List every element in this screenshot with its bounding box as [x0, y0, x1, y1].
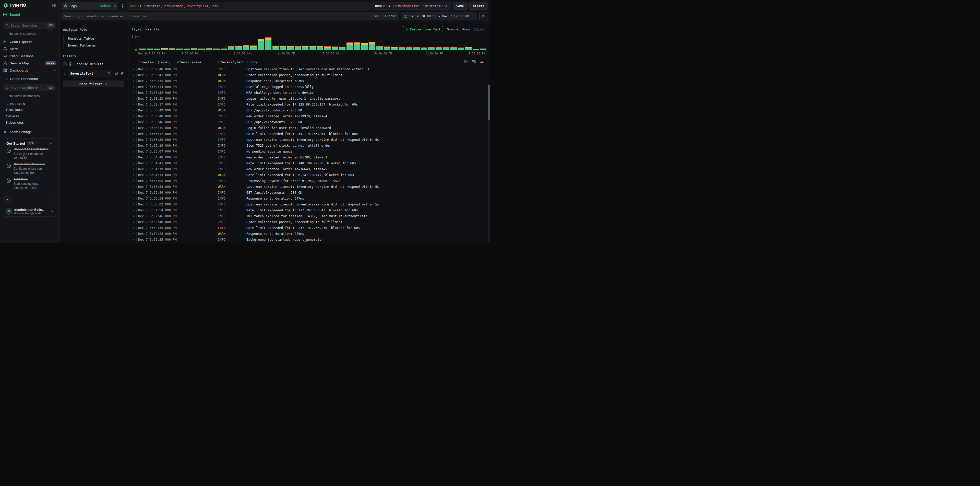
table-row[interactable]: ›│Dec 7 5:59:14.000 PMINFOUser alice_w l… — [132, 84, 487, 90]
pin-icon[interactable] — [120, 72, 124, 75]
table-row[interactable]: ›│Dec 7 5:58:23.000 PMINFOLogin failed f… — [132, 96, 487, 102]
row-expand-icon[interactable]: › — [132, 167, 135, 170]
mode-results-table[interactable]: Results Table — [64, 35, 124, 42]
row-expand-icon[interactable]: › — [132, 185, 135, 188]
row-expand-icon[interactable]: › — [132, 150, 135, 153]
row-expand-icon[interactable]: › — [132, 238, 135, 241]
col-header-servicename[interactable]: ∷ServiceName — [177, 60, 218, 64]
table-row[interactable]: ›│Dec 7 5:52:28.000 PMWARNResponse sent,… — [132, 231, 487, 237]
row-expand-icon[interactable]: › — [132, 209, 135, 212]
more-filters-button[interactable]: More filters — [63, 80, 124, 88]
row-expand-icon[interactable]: › — [132, 97, 135, 100]
table-row[interactable]: ›│Dec 7 5:59:47.000 PMWARNOrder validati… — [132, 72, 487, 78]
sidebar-item-alerts[interactable]: Alerts — [0, 45, 59, 53]
select-query-input[interactable]: SELECT Timestamp,ServiceName,SeverityTex… — [127, 2, 371, 10]
lucene-toggle[interactable]: Lucene — [385, 14, 396, 18]
table-row[interactable]: ›│Dec 7 5:52:46.000 PMINFOJWT token expi… — [132, 213, 487, 219]
table-row[interactable]: ›│Dec 7 5:52:54.000 PMINFORate limit exc… — [132, 207, 487, 213]
row-expand-icon[interactable]: › — [132, 126, 135, 129]
presets-toggle[interactable]: PRESETS — [0, 100, 59, 107]
row-expand-icon[interactable]: › — [132, 232, 135, 235]
help-button[interactable]: ? — [3, 196, 11, 204]
row-expand-icon[interactable]: › — [132, 79, 135, 83]
row-expand-icon[interactable]: › — [132, 120, 135, 124]
row-expand-icon[interactable]: › — [132, 197, 135, 200]
sql-toggle[interactable]: SQL — [374, 14, 380, 18]
table-row[interactable]: ›│Dec 7 5:53:02.000 PMINFOUpstream servi… — [132, 201, 487, 207]
get-started-item[interactable]: Connect to ClickHouse Set up your databa… — [6, 147, 53, 160]
preset-services[interactable]: Services — [0, 113, 59, 120]
table-row[interactable]: ›│Dec 7 5:54:13.000 PMWARNRate limit exc… — [132, 172, 487, 178]
preset-kubernetes[interactable]: Kubernetes — [0, 120, 59, 126]
table-row[interactable]: ›│Dec 7 5:56:48.000 PMINFONew order crea… — [132, 113, 487, 119]
drag-handle-icon[interactable]: ∷ — [218, 60, 220, 64]
saved-searches-search[interactable]: ⌘K — [3, 22, 56, 29]
vertical-scrollbar[interactable] — [488, 84, 490, 243]
table-row[interactable]: ›│Dec 7 5:58:17.000 PMINFORate limit exc… — [132, 102, 487, 107]
drag-handle-icon[interactable]: ∷ — [177, 60, 179, 64]
row-expand-icon[interactable]: › — [132, 161, 135, 165]
sidebar-item-search[interactable]: Search — [0, 10, 59, 19]
event-search-input[interactable] — [64, 14, 372, 18]
row-expand-icon[interactable]: › — [132, 91, 135, 94]
row-expand-icon[interactable]: › — [132, 103, 135, 106]
table-row[interactable]: ›│Dec 7 5:53:53.000 PMWARNUpstream servi… — [132, 184, 487, 190]
source-selector[interactable]: Logs Schema — [62, 2, 118, 10]
table-row[interactable]: ›│Dec 7 5:52:25.000 PMINFOBackground job… — [132, 237, 487, 242]
row-expand-icon[interactable]: › — [132, 179, 135, 182]
row-expand-icon[interactable]: › — [132, 156, 135, 159]
create-dashboard-button[interactable]: + Create Dashboard — [0, 74, 59, 81]
bar-chart-icon[interactable] — [115, 72, 118, 75]
row-expand-icon[interactable]: › — [132, 138, 135, 141]
row-expand-icon[interactable]: › — [132, 73, 135, 76]
date-range-picker[interactable]: Dec 6 18:00:00 - Dec 7 18:00:00 — [401, 12, 477, 20]
table-row[interactable]: ›│Dec 7 5:56:49.000 PMWARNGET /api/v1/pr… — [132, 107, 487, 113]
download-icon[interactable] — [480, 59, 484, 63]
source-settings-button[interactable] — [120, 4, 125, 8]
table-row[interactable]: ›│Dec 7 5:59:48.000 PMINFOUpstream servi… — [132, 66, 487, 72]
table-row[interactable]: ›│Dec 7 5:55:19.000 PMINFOItem 7525 out … — [132, 143, 487, 148]
row-expand-icon[interactable]: › — [132, 132, 135, 135]
chevron-right-icon[interactable] — [63, 72, 66, 75]
table-row[interactable]: ›│Dec 7 5:55:07.000 PMINFONo pending job… — [132, 148, 487, 155]
sidebar-item-client-sessions[interactable]: Client Sessions — [0, 53, 59, 59]
sidebar-item-chart-explorer[interactable]: Chart Explorer — [0, 38, 59, 45]
row-expand-icon[interactable]: › — [132, 85, 135, 88]
sidebar-item-dashboards[interactable]: Dashboards — [0, 67, 59, 74]
row-expand-icon[interactable]: › — [132, 173, 135, 177]
table-row[interactable]: ›│Dec 7 5:54:48.000 PMINFONew order crea… — [132, 155, 487, 160]
table-row[interactable]: ›│Dec 7 5:52:35.000 PMFATALRate limit ex… — [132, 225, 487, 231]
table-row[interactable]: ›│Dec 7 5:52:40.000 PMINFOOrder validati… — [132, 219, 487, 225]
wrap-lines-icon[interactable] — [472, 59, 476, 63]
run-query-button[interactable] — [479, 12, 488, 20]
table-row[interactable]: ›│Dec 7 5:55:38.000 PMINFOUpstream servi… — [132, 137, 487, 143]
table-row[interactable]: ›│Dec 7 5:56:12.000 PMINFORate limit exc… — [132, 131, 487, 137]
table-row[interactable]: ›│Dec 7 5:56:46.000 PMINFOGET /api/v1/pa… — [132, 119, 487, 125]
table-row[interactable]: ›│Dec 7 5:56:15.000 PMWARNLogin failed f… — [132, 125, 487, 131]
preset-clickhouse[interactable]: ClickHouse — [0, 107, 59, 113]
col-header-severitytext[interactable]: ∷SeverityText — [218, 60, 247, 64]
saved-dashboards-search[interactable]: ⌘K — [3, 84, 56, 91]
sidebar-collapse-icon[interactable] — [52, 3, 56, 8]
row-expand-icon[interactable]: › — [132, 202, 135, 206]
scrollbar-thumb[interactable] — [488, 84, 490, 120]
row-expand-icon[interactable]: › — [132, 214, 135, 218]
row-expand-icon[interactable]: › — [132, 115, 135, 118]
drag-handle-icon[interactable]: ∷ — [247, 60, 248, 64]
user-menu[interactable]: D dominic.tran@clic... dominic.tran@clic… — [3, 206, 56, 217]
table-row[interactable]: ›│Dec 7 5:54:05.000 PMINFOProcessing pay… — [132, 178, 487, 184]
alerts-button[interactable]: Alerts — [469, 2, 488, 10]
table-row[interactable]: ›│Dec 7 5:58:52.000 PMINFOMFA challenge … — [132, 90, 487, 96]
row-expand-icon[interactable]: › — [132, 226, 135, 229]
chevron-up-icon[interactable] — [49, 142, 53, 145]
resume-live-tail-button[interactable]: Resume Live Tail — [402, 26, 443, 32]
table-row[interactable]: ›│Dec 7 5:53:49.000 PMINFOGET /api/v1/pa… — [132, 190, 487, 196]
save-button[interactable]: Save — [453, 2, 468, 10]
col-header-timestamp[interactable]: Timestamp (Local) — [138, 60, 177, 64]
row-expand-icon[interactable]: › — [132, 220, 135, 223]
sidebar-item-team-settings[interactable]: Team Settings — [0, 126, 59, 136]
denoise-checkbox[interactable] — [63, 62, 67, 66]
get-started-item[interactable]: Create Data Sources Configure where your… — [6, 163, 53, 175]
row-expand-icon[interactable]: › — [132, 108, 135, 112]
order-by-input[interactable]: ORDER BY (TimestampTime, Timestamp) DESC — [372, 2, 451, 10]
